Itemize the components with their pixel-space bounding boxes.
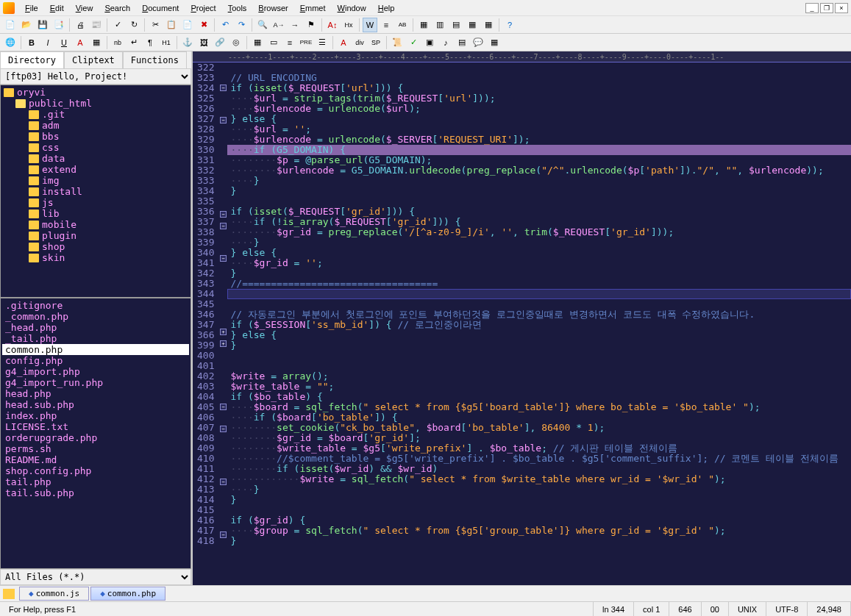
italic-icon[interactable]: I <box>40 35 55 50</box>
tree-item[interactable]: oryvi <box>2 87 189 98</box>
palette-icon[interactable]: ▦ <box>89 35 104 50</box>
tree-item[interactable]: extend <box>2 164 189 175</box>
span-icon[interactable]: SP <box>368 35 383 50</box>
file-item[interactable]: head.sub.php <box>2 399 189 410</box>
panel5-icon[interactable]: ▦ <box>481 18 496 32</box>
find-icon[interactable]: 🔍 <box>255 18 270 32</box>
save-icon[interactable]: 💾 <box>35 18 50 32</box>
print-icon[interactable]: 🖨 <box>73 18 88 32</box>
tree-item[interactable]: css <box>2 142 189 153</box>
menu-project[interactable]: Project <box>185 1 221 15</box>
table-icon[interactable]: ▦ <box>250 35 265 50</box>
check-icon[interactable]: ✓ <box>406 35 421 50</box>
file-item[interactable]: common.php <box>2 344 189 355</box>
undo-icon[interactable]: ↶ <box>218 18 232 32</box>
file-item[interactable]: _tail.php <box>2 333 189 344</box>
panel3-icon[interactable]: ▤ <box>449 18 463 32</box>
font-tag-icon[interactable]: A <box>336 35 351 50</box>
indent-icon[interactable]: ≡ <box>379 18 394 32</box>
panel1-icon[interactable]: ▦ <box>416 18 431 32</box>
font-icon[interactable]: A↕ <box>325 18 340 32</box>
menu-document[interactable]: Document <box>136 1 185 15</box>
tag-icon[interactable]: ▦ <box>487 35 502 50</box>
cut-icon[interactable]: ✂ <box>148 18 163 32</box>
code-editor[interactable]: 3223233243253263273283293303313323333343… <box>193 62 851 585</box>
menu-search[interactable]: Search <box>99 1 136 15</box>
file-item[interactable]: head.php <box>2 388 189 399</box>
pre-icon[interactable]: PRE <box>299 35 313 50</box>
menu-tools[interactable]: Tools <box>222 1 253 15</box>
restore-button[interactable]: ❐ <box>820 3 833 13</box>
center-icon[interactable]: ≡ <box>282 35 297 50</box>
panel2-icon[interactable]: ▥ <box>432 18 447 32</box>
image-icon[interactable]: 🖼 <box>196 35 211 50</box>
file-item[interactable]: tail.php <box>2 476 189 487</box>
tree-item[interactable]: shop <box>2 241 189 252</box>
file-item[interactable]: orderupgrade.php <box>2 432 189 443</box>
audio-icon[interactable]: ♪ <box>438 35 453 50</box>
file-item[interactable]: _common.php <box>2 311 189 322</box>
spellcheck-icon[interactable]: ✓ <box>110 18 125 32</box>
tree-item[interactable]: js <box>2 197 189 208</box>
tree-item[interactable]: adm <box>2 120 189 131</box>
list-icon[interactable]: ☰ <box>315 35 330 50</box>
doc-icon[interactable]: ▤ <box>455 35 469 50</box>
goto-icon[interactable]: → <box>288 18 302 32</box>
file-item[interactable]: g4_import.php <box>2 366 189 377</box>
comment-icon[interactable]: 💬 <box>471 35 485 50</box>
folder-icon[interactable] <box>3 589 15 599</box>
help-icon[interactable]: ? <box>502 18 517 32</box>
hex-icon[interactable]: Hx <box>341 18 356 32</box>
color-icon[interactable]: A <box>73 35 88 50</box>
tree-item[interactable]: plugin <box>2 230 189 241</box>
side-tab-functions[interactable]: Functions <box>123 51 187 68</box>
menu-file[interactable]: File <box>19 1 44 15</box>
menu-view[interactable]: View <box>70 1 99 15</box>
tree-item[interactable]: .git <box>2 109 189 120</box>
refresh-icon[interactable]: ↻ <box>127 18 141 32</box>
file-item[interactable]: perms.sh <box>2 443 189 454</box>
file-list[interactable]: .gitignore_common.php_head.php_tail.phpc… <box>0 298 191 569</box>
link-icon[interactable]: 🔗 <box>213 35 227 50</box>
side-tab-directory[interactable]: Directory <box>0 51 64 68</box>
media-icon[interactable]: ▣ <box>422 35 437 50</box>
delete-icon[interactable]: ✖ <box>196 18 211 32</box>
tree-item[interactable]: img <box>2 175 189 186</box>
bold-icon[interactable]: B <box>24 35 39 50</box>
tree-item[interactable]: skin <box>2 252 189 263</box>
tree-item[interactable]: public_html <box>2 98 189 109</box>
editor-tab[interactable]: ◆common.php <box>90 587 165 601</box>
open-file-icon[interactable]: 📂 <box>19 18 34 32</box>
paste-icon[interactable]: 📄 <box>180 18 195 32</box>
file-filter[interactable]: All Files (*.*) <box>0 569 191 585</box>
file-item[interactable]: shop.config.php <box>2 465 189 476</box>
menu-emmet[interactable]: Emmet <box>294 1 332 15</box>
file-item[interactable]: g4_import_run.php <box>2 377 189 388</box>
underline-icon[interactable]: U <box>57 35 71 50</box>
tree-item[interactable]: mobile <box>2 219 189 230</box>
browser-icon[interactable]: 🌐 <box>3 35 18 50</box>
menu-browser[interactable]: Browser <box>252 1 293 15</box>
div-icon[interactable]: div <box>352 35 367 50</box>
anchor-icon[interactable]: ⚓ <box>180 35 195 50</box>
file-item[interactable]: config.php <box>2 355 189 366</box>
form-icon[interactable]: ▭ <box>266 35 281 50</box>
file-item[interactable]: _head.php <box>2 322 189 333</box>
tree-item[interactable]: data <box>2 153 189 164</box>
file-item[interactable]: LICENSE.txt <box>2 421 189 432</box>
menu-window[interactable]: Window <box>332 1 372 15</box>
wrap-icon[interactable]: W <box>363 18 377 32</box>
target-icon[interactable]: ◎ <box>229 35 243 50</box>
script-icon[interactable]: 📜 <box>390 35 405 50</box>
para-icon[interactable]: ¶ <box>143 35 157 50</box>
directory-tree[interactable]: oryvipublic_html.gitadmbbscssdataextendi… <box>0 85 191 298</box>
heading-icon[interactable]: H1 <box>159 35 174 50</box>
menu-edit[interactable]: Edit <box>44 1 70 15</box>
bookmark-icon[interactable]: ⚑ <box>304 18 318 32</box>
project-selector[interactable]: [ftp03] Hello, Project! <box>0 68 191 85</box>
nbsp-icon[interactable]: nb <box>110 35 125 50</box>
save-all-icon[interactable]: 📑 <box>51 18 66 32</box>
menu-help[interactable]: Help <box>372 1 401 15</box>
panel4-icon[interactable]: ▦ <box>465 18 480 32</box>
copy-icon[interactable]: 📋 <box>164 18 179 32</box>
